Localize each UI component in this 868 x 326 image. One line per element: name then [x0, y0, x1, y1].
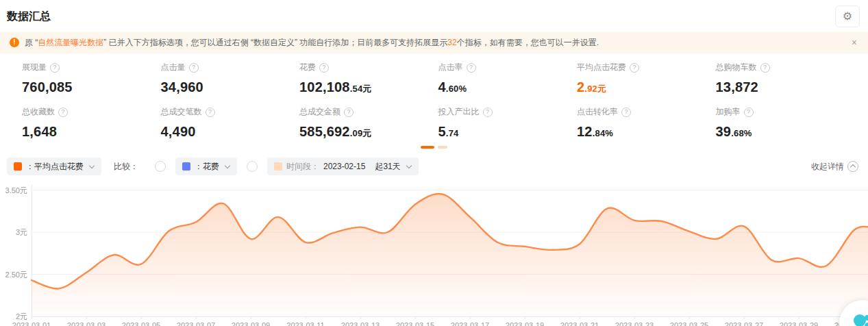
- metric-value: 585,692.09元: [299, 124, 438, 140]
- collapse-circle-up-icon: [847, 161, 858, 172]
- metric-value: 5.74: [438, 124, 578, 140]
- metric-value: 760,085: [22, 79, 161, 95]
- svg-text:2元: 2元: [16, 312, 27, 321]
- svg-text:2023-03-01: 2023-03-01: [12, 321, 51, 326]
- metric-label: 总收藏数: [22, 106, 55, 118]
- metric-cell: 点击转化率 ? 12.84%: [577, 106, 716, 140]
- chevron-down-icon: [406, 164, 412, 169]
- compare-radio-2[interactable]: [247, 161, 258, 172]
- metric-cell: 总收藏数 ? 1,648: [22, 106, 161, 140]
- metric-value: 2.92元: [577, 79, 716, 95]
- compare-select[interactable]: ：花费: [175, 158, 237, 175]
- svg-text:2023-03-19: 2023-03-19: [506, 321, 544, 326]
- chart-controls: ：平均点击花费 比较： ：花费 时间段： 2023-02-15 起31天 收起详…: [7, 158, 861, 175]
- compare-label: 比较：: [114, 161, 138, 173]
- help-icon[interactable]: ?: [319, 63, 329, 73]
- metrics-pager: [0, 145, 868, 149]
- metric-cell: 投入产出比 ? 5.74: [438, 106, 578, 140]
- svg-text:2023-03-25: 2023-03-25: [670, 321, 708, 326]
- metric-value: 102,108.54元: [299, 79, 438, 95]
- svg-text:2023-03-11: 2023-03-11: [286, 321, 324, 326]
- metric-label: 投入产出比: [438, 106, 480, 118]
- metric-label: 总成交金额: [299, 106, 340, 118]
- svg-text:2023-03-05: 2023-03-05: [122, 321, 160, 326]
- metric-cell: 点击率 ? 4.60%: [438, 62, 578, 95]
- metric-label: 点击率: [438, 62, 463, 73]
- help-icon[interactable]: ?: [760, 63, 770, 73]
- metric-swatch: [14, 162, 22, 171]
- notice-text: 原 “自然流量曝光数据” 已并入下方指标选项，您可以通过右侧 “数据自定义” 功…: [25, 37, 843, 49]
- metric-label: 总购物车数: [716, 62, 757, 73]
- metric-value: 4,490: [161, 124, 300, 140]
- mascot-icon: [849, 310, 868, 326]
- svg-text:2023-03-09: 2023-03-09: [232, 321, 270, 326]
- metric-label: 点击转化率: [577, 106, 618, 118]
- metric-label: 加购率: [716, 106, 741, 118]
- collapse-details-button[interactable]: 收起详情: [811, 161, 858, 173]
- svg-text:2023-03-29: 2023-03-29: [780, 321, 818, 326]
- period-select[interactable]: 时间段： 2023-02-15 起31天: [267, 158, 419, 175]
- metric-label: 平均点击花费: [577, 62, 626, 73]
- help-icon[interactable]: ?: [621, 108, 631, 117]
- metric-value: 12.84%: [577, 124, 716, 140]
- metric-label: 点击量: [161, 62, 186, 73]
- svg-text:2.50元: 2.50元: [5, 271, 27, 279]
- svg-text:3.50元: 3.50元: [5, 186, 27, 195]
- compare-swatch: [182, 162, 190, 171]
- metric-value: 39.68%: [716, 124, 855, 140]
- help-icon[interactable]: ?: [344, 108, 354, 117]
- svg-text:2023-03-23: 2023-03-23: [615, 321, 654, 326]
- metric-cell: 展现量 ? 760,085: [22, 62, 161, 95]
- metric-select[interactable]: ：平均点击花费: [7, 158, 101, 175]
- metric-cell: 点击量 ? 34,960: [161, 62, 300, 95]
- metric-cell: 总成交金额 ? 585,692.09元: [299, 106, 438, 140]
- metrics-grid: 展现量 ? 760,085 点击量 ? 34,960 花费 ? 102,108.…: [0, 53, 868, 140]
- metric-label: 总成交笔数: [161, 106, 202, 118]
- notice-banner: ! 原 “自然流量曝光数据” 已并入下方指标选项，您可以通过右侧 “数据自定义”…: [0, 32, 868, 53]
- gear-icon: ⚙: [843, 11, 852, 22]
- svg-text:2023-03-21: 2023-03-21: [560, 321, 599, 326]
- metric-cell: 加购率 ? 39.68%: [716, 106, 855, 140]
- metric-value: 13,872: [716, 79, 855, 95]
- help-icon[interactable]: ?: [483, 108, 493, 117]
- notice-link[interactable]: 自然流量曝光数据: [38, 38, 103, 47]
- trend-chart[interactable]: 2元2.50元3元3.50元2023-03-012023-03-032023-0…: [0, 179, 868, 326]
- metric-value: 4.60%: [438, 79, 578, 95]
- svg-text:2023-03-27: 2023-03-27: [725, 321, 763, 326]
- pager-bar-inactive[interactable]: [438, 146, 447, 149]
- metric-value: 34,960: [161, 79, 300, 95]
- metric-cell: 平均点击花费 ? 2.92元: [577, 62, 716, 95]
- help-icon[interactable]: ?: [189, 63, 199, 73]
- chevron-down-icon: [225, 164, 230, 169]
- period-date: 2023-02-15: [323, 162, 365, 171]
- close-icon[interactable]: ×: [850, 37, 858, 48]
- period-swatch: [274, 162, 282, 171]
- metric-cell: 总购物车数 ? 13,872: [716, 62, 855, 95]
- metric-value: 1,648: [22, 124, 161, 140]
- svg-text:3元: 3元: [16, 228, 27, 236]
- help-icon[interactable]: ?: [744, 108, 754, 117]
- area-chart-canvas[interactable]: 2元2.50元3元3.50元2023-03-012023-03-032023-0…: [0, 179, 868, 326]
- help-icon[interactable]: ?: [206, 108, 215, 117]
- svg-text:2023-03-07: 2023-03-07: [177, 321, 215, 326]
- exclamation-icon: !: [10, 38, 19, 47]
- help-icon[interactable]: ?: [58, 108, 68, 117]
- pager-bar-active[interactable]: [421, 146, 434, 149]
- help-icon[interactable]: ?: [467, 63, 476, 73]
- metric-cell: 总成交笔数 ? 4,490: [161, 106, 300, 140]
- help-icon[interactable]: ?: [50, 63, 60, 73]
- period-range: 起31天: [375, 161, 400, 173]
- compare-radio-1[interactable]: [155, 161, 166, 172]
- metric-label: 花费: [299, 62, 316, 73]
- page-title: 数据汇总: [7, 10, 51, 24]
- svg-text:2023-03-15: 2023-03-15: [396, 321, 434, 326]
- help-icon[interactable]: ?: [630, 63, 639, 73]
- svg-text:2023-03-17: 2023-03-17: [451, 321, 489, 326]
- settings-button[interactable]: ⚙: [835, 5, 860, 27]
- chevron-down-icon: [89, 164, 95, 169]
- page-header: 数据汇总 ⚙: [0, 0, 868, 32]
- svg-text:2023-03-03: 2023-03-03: [67, 321, 106, 326]
- metric-label: 展现量: [22, 62, 47, 73]
- metric-cell: 花费 ? 102,108.54元: [299, 62, 438, 95]
- svg-text:2023-03-13: 2023-03-13: [341, 321, 380, 326]
